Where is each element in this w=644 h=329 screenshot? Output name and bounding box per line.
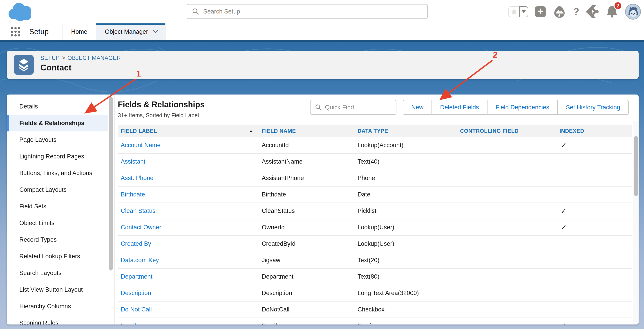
help-icon[interactable]: ? [573,6,579,17]
page-background: SETUP>OBJECT MANAGER Contact Details Fie… [0,42,644,329]
table-row: Account Name AccountId Lookup(Account) ✓ [118,137,632,154]
salesforce-setup-screen: + ? [0,0,644,329]
sidebar-scrollbar-thumb[interactable] [109,97,113,270]
trailhead-icon[interactable] [552,5,566,19]
search-icon [192,8,199,15]
list-title: Fields & Relationships [118,100,204,109]
table-row: Do Not Call DoNotCall Checkbox [118,301,632,318]
app-launcher-icon[interactable] [10,27,21,37]
table-header-row: FIELD LABEL ▲ FIELD NAME DATA TYPE CONTR… [118,125,632,137]
object-sidebar: Details Fields & Relationships Page Layo… [7,95,108,324]
breadcrumb-setup-link[interactable]: SETUP [40,55,60,61]
sidebar-item-search-layouts[interactable]: Search Layouts [7,265,108,281]
notifications-button[interactable]: 2 [606,5,618,19]
caret-down-icon [522,10,526,13]
quick-find-box [310,100,396,115]
indexed-check-icon: ✓ [556,207,632,215]
sidebar-scrollbar[interactable] [108,95,114,324]
layers-icon [18,58,30,71]
sidebar-item-scoping-rules[interactable]: Scoping Rules [7,314,108,324]
field-label-link[interactable]: Created By [118,240,259,247]
indexed-check-icon: ✓ [556,141,632,150]
notification-count-badge: 2 [614,2,622,10]
sidebar-item-buttons-links-actions[interactable]: Buttons, Links, and Actions [7,165,108,181]
sort-ascending-icon: ▲ [249,129,253,133]
tab-object-manager[interactable]: Object Manager [96,24,166,40]
field-dependencies-button[interactable]: Field Dependencies [487,100,558,115]
header-icon-bar: + ? [508,0,641,24]
table-row: Asst. Phone AssistantPhone Phone [118,170,632,187]
sidebar-item-related-lookup-filters[interactable]: Related Lookup Filters [7,248,108,265]
field-label-link[interactable]: Contact Owner [118,224,259,231]
object-manager-card: Details Fields & Relationships Page Layo… [7,95,638,324]
sidebar-item-compact-layouts[interactable]: Compact Layouts [7,181,108,198]
setup-nav-bar: Setup Home Object Manager [0,24,644,42]
column-header-controlling-field[interactable]: CONTROLLING FIELD [457,128,556,134]
breadcrumb-separator: > [62,55,65,61]
table-row: Department Department Text(80) [118,269,632,285]
indexed-check-icon: ✓ [556,321,632,324]
field-label-link[interactable]: Asst. Phone [118,175,259,182]
sidebar-item-list-view-button-layout[interactable]: List View Button Layout [7,281,108,298]
breadcrumb: SETUP>OBJECT MANAGER Contact [40,55,121,73]
global-search-box [187,4,428,19]
field-label-link[interactable]: Assistant [118,158,259,165]
breadcrumb-object-manager-link[interactable]: OBJECT MANAGER [68,55,121,61]
field-label-link[interactable]: Email [118,322,259,324]
app-name-label: Setup [29,28,48,36]
field-label-link[interactable]: Birthdate [118,191,259,198]
favorites-widget [508,6,528,17]
field-label-link[interactable]: Do Not Call [118,306,259,313]
table-row: Description Description Long Text Area(3… [118,285,632,301]
table-row: Contact Owner OwnerId Lookup(User) ✓ [118,219,632,236]
sidebar-item-details[interactable]: Details [7,98,108,115]
field-label-link[interactable]: Account Name [118,142,259,149]
column-header-field-label[interactable]: FIELD LABEL ▲ [118,128,259,134]
sidebar-item-fields-relationships[interactable]: Fields & Relationships [7,115,108,131]
sidebar-item-hierarchy-columns[interactable]: Hierarchy Columns [7,298,108,314]
object-header-card: SETUP>OBJECT MANAGER Contact [7,51,638,79]
fields-table: FIELD LABEL ▲ FIELD NAME DATA TYPE CONTR… [118,125,632,324]
field-label-link[interactable]: Description [118,290,259,296]
table-scrollbar-thumb[interactable] [634,136,638,196]
table-row: Created By CreatedById Lookup(User) [118,236,632,252]
table-row: Data.com Key Jigsaw Text(20) [118,252,632,269]
indexed-check-icon: ✓ [556,223,632,232]
set-history-tracking-button[interactable]: Set History Tracking [557,100,629,115]
column-header-data-type[interactable]: DATA TYPE [354,128,457,134]
global-actions-icon[interactable]: + [535,6,546,17]
fields-list-panel: Fields & Relationships 31+ Items, Sorted… [114,95,638,324]
list-title-block: Fields & Relationships 31+ Items, Sorted… [118,100,204,119]
global-header: + ? [0,0,644,24]
chevron-down-icon [153,28,158,33]
new-button[interactable]: New [403,100,432,115]
global-search-input[interactable] [203,8,406,15]
sidebar-item-object-limits[interactable]: Object Limits [7,215,108,231]
sidebar-item-lightning-record-pages[interactable]: Lightning Record Pages [7,148,108,165]
favorites-dropdown-button[interactable] [519,6,528,17]
page-title: Contact [40,63,121,73]
field-label-link[interactable]: Clean Status [118,207,259,214]
field-label-link[interactable]: Data.com Key [118,257,259,264]
table-row: Email Email Email ✓ [118,318,632,324]
salesforce-cloud-logo[interactable] [6,1,34,23]
list-actions: New Deleted Fields Field Dependencies Se… [403,100,629,115]
field-label-link[interactable]: Department [118,273,259,280]
object-icon [14,55,34,75]
column-header-field-name[interactable]: FIELD NAME [259,128,354,134]
table-row: Birthdate Birthdate Date [118,187,632,203]
column-header-indexed[interactable]: INDEXED [556,128,632,134]
tab-home[interactable]: Home [62,24,96,40]
setup-gear-icon[interactable] [586,5,599,18]
user-avatar[interactable] [625,4,641,20]
favorite-star-icon[interactable] [508,6,520,17]
sidebar-item-field-sets[interactable]: Field Sets [7,198,108,215]
sidebar-item-page-layouts[interactable]: Page Layouts [7,131,108,148]
search-icon [315,104,322,111]
list-header: Fields & Relationships 31+ Items, Sorted… [118,100,638,119]
list-item-count: 31+ Items, Sorted by Field Label [118,112,204,119]
sidebar-item-record-types[interactable]: Record Types [7,231,108,248]
deleted-fields-button[interactable]: Deleted Fields [432,100,488,115]
quick-find-input[interactable] [325,104,388,111]
table-scrollbar[interactable] [633,121,638,324]
